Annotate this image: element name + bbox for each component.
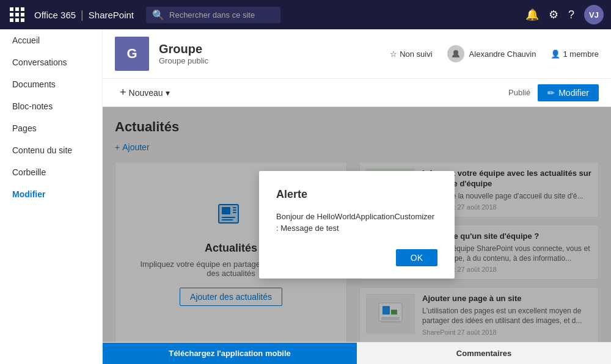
alert-modal: Alerte Bonjour de HelloWorldApplicationC… xyxy=(259,171,455,278)
main-layout: Accueil Conversations Documents Bloc-not… xyxy=(0,29,611,364)
user-avatar[interactable]: VJ xyxy=(584,5,604,24)
follow-button[interactable]: ☆ Non suivi xyxy=(390,49,432,59)
nav-icons: 🔔 ⚙ ? VJ xyxy=(525,5,604,24)
chevron-down-icon: ▾ xyxy=(166,88,170,98)
brand-sharepoint: SharePoint xyxy=(89,10,134,20)
download-mobile-app-button[interactable]: Téléchargez l'application mobile xyxy=(103,343,357,364)
group-actions: ☆ Non suivi Alexandre Chauvin 👤 1 membre xyxy=(390,45,599,62)
page-content: Actualités + Ajouter xyxy=(103,107,611,342)
follow-label: Non suivi xyxy=(400,49,432,59)
published-status: Publié xyxy=(508,88,530,97)
sidebar-item-bloc-notes[interactable]: Bloc-notes xyxy=(0,95,102,117)
group-info: Groupe Groupe public xyxy=(159,42,380,65)
sidebar-item-documents[interactable]: Documents xyxy=(0,73,102,95)
pencil-icon: ✏ xyxy=(547,88,555,98)
plus-icon: + xyxy=(120,86,126,99)
action-bar: + Nouveau ▾ Publié ✏ Modifier xyxy=(103,79,611,107)
sidebar-item-modifier[interactable]: Modifier xyxy=(0,183,102,205)
member-count-label: 1 membre xyxy=(563,49,599,59)
member-count: 👤 1 membre xyxy=(551,49,599,59)
main-content: G Groupe Groupe public ☆ Non suivi Alexa… xyxy=(103,29,611,364)
bottom-bar: Téléchargez l'application mobile Comment… xyxy=(103,342,611,364)
edit-label: Modifier xyxy=(558,88,589,98)
search-icon: 🔍 xyxy=(152,9,164,21)
member-name: Alexandre Chauvin xyxy=(469,49,536,59)
member-avatar xyxy=(447,45,464,62)
bell-icon[interactable]: 🔔 xyxy=(525,8,539,21)
sidebar-item-contenu-du-site[interactable]: Contenu du site xyxy=(0,139,102,161)
brand-separator: | xyxy=(81,9,84,21)
modal-overlay: Alerte Bonjour de HelloWorldApplicationC… xyxy=(103,107,611,342)
group-avatar: G xyxy=(115,37,149,71)
modal-message: Bonjour de HelloWorldApplicationCustomiz… xyxy=(276,211,437,235)
sidebar-item-accueil[interactable]: Accueil xyxy=(0,29,102,51)
group-type: Groupe public xyxy=(159,56,380,65)
group-name: Groupe xyxy=(159,42,380,56)
waffle-menu[interactable] xyxy=(7,5,27,24)
top-navigation: Office 365 | SharePoint 🔍 🔔 ⚙ ? VJ xyxy=(0,0,611,29)
group-header: G Groupe Groupe public ☆ Non suivi Alexa… xyxy=(103,29,611,79)
brand-office365: Office 365 xyxy=(34,10,76,20)
modal-actions: OK xyxy=(276,249,437,266)
help-icon[interactable]: ? xyxy=(568,9,574,21)
sidebar-item-corbeille[interactable]: Corbeille xyxy=(0,161,102,183)
edit-button[interactable]: ✏ Modifier xyxy=(538,84,599,101)
brand-area: Office 365 | SharePoint xyxy=(34,9,134,21)
search-box[interactable]: 🔍 xyxy=(146,7,280,23)
sidebar: Accueil Conversations Documents Bloc-not… xyxy=(0,29,103,364)
new-button[interactable]: + Nouveau ▾ xyxy=(115,84,175,101)
comments-button[interactable]: Commentaires xyxy=(357,343,611,364)
gear-icon[interactable]: ⚙ xyxy=(549,8,558,21)
star-icon: ☆ xyxy=(390,49,397,59)
sidebar-item-pages[interactable]: Pages xyxy=(0,117,102,139)
modal-title: Alerte xyxy=(276,188,437,201)
search-input[interactable] xyxy=(169,10,274,20)
modal-ok-button[interactable]: OK xyxy=(396,249,437,266)
group-member: Alexandre Chauvin xyxy=(447,45,536,62)
sidebar-item-conversations[interactable]: Conversations xyxy=(0,51,102,73)
new-label: Nouveau xyxy=(129,88,163,98)
person-icon: 👤 xyxy=(551,49,560,59)
